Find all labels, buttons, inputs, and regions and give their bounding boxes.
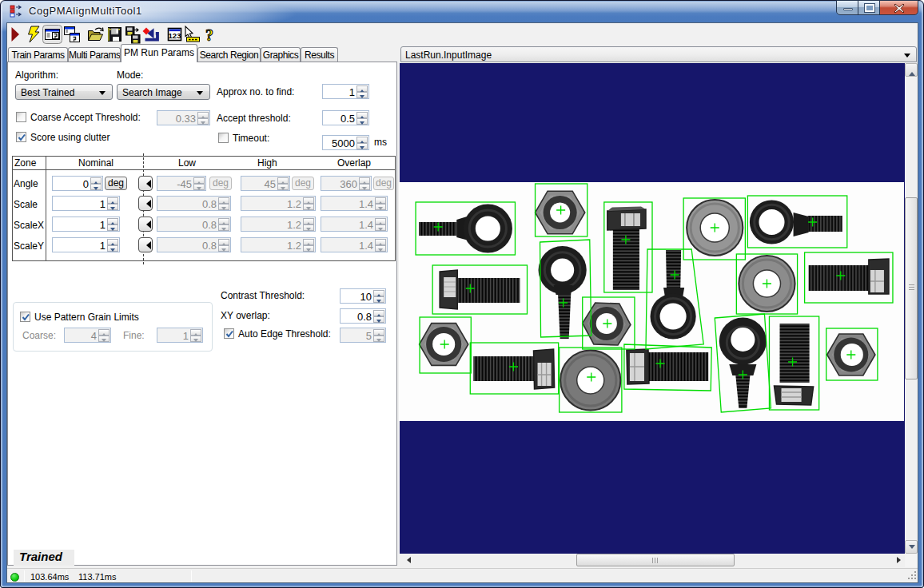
svg-text:123: 123 [169, 31, 181, 40]
svg-text:?: ? [205, 26, 213, 44]
